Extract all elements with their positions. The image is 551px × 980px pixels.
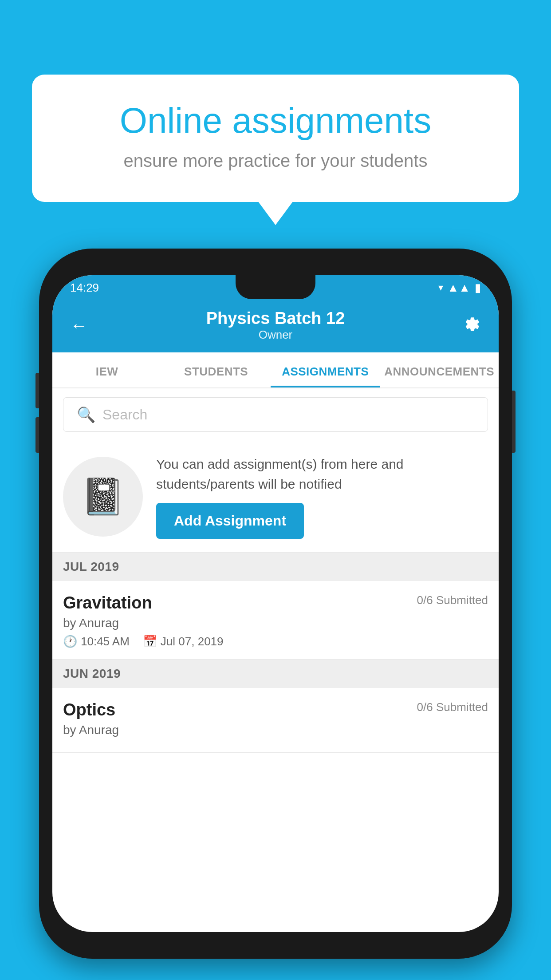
status-time: 14:29: [70, 281, 99, 295]
phone-notch: [236, 275, 315, 299]
phone-button-power: [512, 391, 516, 453]
search-icon: 🔍: [77, 406, 95, 423]
speech-bubble: Online assignments ensure more practice …: [32, 75, 519, 202]
tab-students[interactable]: STUDENTS: [161, 352, 271, 387]
assignment-card-right: You can add assignment(s) from here and …: [156, 454, 488, 539]
phone-button-volume-down: [35, 417, 39, 453]
add-assignment-button[interactable]: Add Assignment: [156, 503, 304, 539]
section-header-jul: JUL 2019: [52, 553, 499, 581]
assignment-item-gravitation[interactable]: Gravitation 0/6 Submitted by Anurag 🕐 10…: [52, 581, 499, 660]
assignment-name: Gravitation: [63, 593, 152, 612]
phone-button-volume-up: [35, 373, 39, 408]
assignment-submitted: 0/6 Submitted: [417, 593, 488, 607]
notebook-icon: 📓: [81, 476, 125, 518]
phone-frame: 14:29 ▾ ▲▲ ▮ ← Physics Batch 12 Owner: [39, 249, 512, 959]
assignment-icon-circle: 📓: [63, 457, 143, 537]
status-icons: ▾ ▲▲ ▮: [438, 281, 481, 295]
phone-screen: 14:29 ▾ ▲▲ ▮ ← Physics Batch 12 Owner: [52, 275, 499, 932]
tab-announcements[interactable]: ANNOUNCEMENTS: [380, 352, 499, 387]
calendar-icon: 📅: [143, 635, 157, 648]
assignment-item-top: Gravitation 0/6 Submitted: [63, 593, 488, 612]
assignment-submitted-optics: 0/6 Submitted: [417, 700, 488, 714]
assignment-by-optics: by Anurag: [63, 723, 488, 737]
settings-button[interactable]: [463, 315, 481, 336]
tab-iew[interactable]: IEW: [52, 352, 161, 387]
wifi-icon: ▾: [438, 282, 443, 293]
assignment-item-top-optics: Optics 0/6 Submitted: [63, 700, 488, 719]
battery-icon: ▮: [475, 281, 481, 295]
assignment-item-optics[interactable]: Optics 0/6 Submitted by Anurag: [52, 688, 499, 753]
search-container: 🔍 Search: [52, 388, 499, 441]
back-button[interactable]: ←: [70, 316, 88, 336]
speech-bubble-title: Online assignments: [63, 101, 488, 140]
search-placeholder: Search: [102, 407, 147, 423]
header-title: Physics Batch 12: [206, 309, 345, 328]
search-bar[interactable]: 🔍 Search: [63, 397, 488, 432]
header-subtitle: Owner: [206, 328, 345, 342]
speech-bubble-subtitle: ensure more practice for your students: [63, 151, 488, 171]
assignment-card-text: You can add assignment(s) from here and …: [156, 454, 488, 494]
assignment-meta: 🕐 10:45 AM 📅 Jul 07, 2019: [63, 635, 488, 648]
app-header: ← Physics Batch 12 Owner: [52, 300, 499, 352]
assignment-date: 📅 Jul 07, 2019: [143, 635, 224, 648]
assignment-time: 🕐 10:45 AM: [63, 635, 130, 648]
tab-assignments[interactable]: ASSIGNMENTS: [271, 352, 380, 387]
clock-icon: 🕐: [63, 635, 77, 648]
add-assignment-card: 📓 You can add assignment(s) from here an…: [52, 441, 499, 553]
section-header-jun: JUN 2019: [52, 660, 499, 688]
assignment-by: by Anurag: [63, 616, 488, 630]
signal-icon: ▲▲: [448, 281, 470, 295]
tab-bar: IEW STUDENTS ASSIGNMENTS ANNOUNCEMENTS: [52, 352, 499, 388]
header-center: Physics Batch 12 Owner: [206, 309, 345, 342]
assignment-name-optics: Optics: [63, 700, 115, 719]
